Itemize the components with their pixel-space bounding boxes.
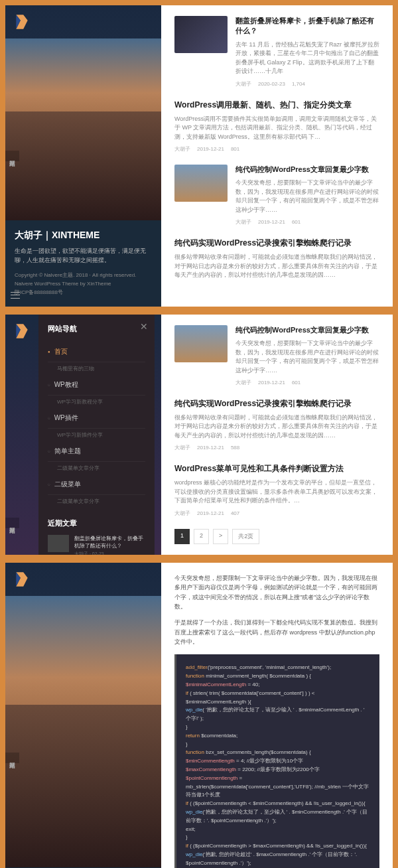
recent-thumb	[48, 535, 69, 552]
post-item[interactable]: 纯代码实现WordPress记录搜索引擎蜘蛛爬行记录 很多站带网站收录有问题时，…	[174, 398, 379, 451]
content: 翻盖折叠屏诠释摩卡，折叠手机除了酷还有什么？ 去年 11 月后，曾经独占花魁失宠…	[161, 5, 393, 307]
nav-item-wp-plugin[interactable]: WP插件	[48, 408, 145, 429]
post-excerpt: 很多站带网站收录有问题时，可能就会必须知道当蜘蛛爬取我们的网站情况，对于网站日志…	[174, 253, 379, 280]
logo[interactable]	[13, 571, 31, 588]
post-thumb	[174, 165, 228, 202]
frame-2: 网站菜单 ✕ 网站导航 首页 马棚里有的三物 WP教程 WP学习新教程分享 WP…	[5, 315, 393, 555]
post-item[interactable]: 翻盖折叠屏诠释摩卡，折叠手机除了酷还有什么？ 去年 11 月后，曾经独占花魁失宠…	[174, 16, 379, 88]
code-block[interactable]: add_filter('preprocess_comment', 'minima…	[174, 654, 379, 868]
site-title: 大胡子｜XINTHEME	[15, 230, 152, 242]
site-desc: 生命是一团欲望，欲望不能满足便痛苦，满足便无聊，人生就在痛苦和无聊之间摇摆。	[15, 247, 152, 265]
theme-credit: Nalvere WordPress Theme by XinTheme	[15, 280, 152, 289]
post-excerpt: 今天突发奇想，想要限制一下文章评论当中的最少字数，因为，我发现现在很多用户在进行…	[235, 339, 379, 375]
paragraph: 今天突发奇想，想要限制一下文章评论当中的最少字数。因为，我发现现在很多用户下面内…	[174, 573, 379, 612]
post-item[interactable]: WordPress调用最新、随机、热门、指定分类文章 WordPress调用不需…	[174, 100, 379, 153]
post-item[interactable]: 纯代码实现WordPress记录搜索引擎蜘蛛爬行记录 很多站带网站收录有问题时，…	[174, 238, 379, 283]
hero-image	[5, 596, 161, 867]
post-excerpt: 很多站带网站收录有问题时，可能就会必须知道当蜘蛛爬取我们的网站情况，对于网站日志…	[174, 413, 379, 441]
post-title[interactable]: 纯代码控制WordPress文章回复最少字数	[235, 165, 379, 175]
menu-toggle[interactable]: 网站菜单	[5, 753, 19, 763]
post-meta: 大胡子2019-12-21801	[174, 145, 379, 153]
frame-1: 大胡子｜XINTHEME 生命是一团欲望，欲望不能满足便痛苦，满足便无聊，人生就…	[5, 5, 393, 307]
post-title[interactable]: 纯代码实现WordPress记录搜索引擎蜘蛛爬行记录	[174, 238, 379, 249]
post-excerpt: WordPress调用不需要插件其实很简单如调用，调用文章调用随机文章等，关于 …	[174, 115, 379, 142]
frame-3: 大胡子｜XINTHEME 生命是一团欲望，欲望不能满足便痛苦，满足便无聊，人生就…	[5, 563, 393, 868]
icp: 陕ICP备88888888号	[15, 289, 152, 297]
logo[interactable]	[13, 323, 31, 340]
post-title[interactable]: 翻盖折叠屏诠释摩卡，折叠手机除了酷还有什么？	[235, 16, 379, 36]
recent-item[interactable]: 翻盖折叠屏诠释摩卡，折叠手机除了酷还有什么？大胡子 · 02-23	[48, 535, 145, 555]
post-thumb	[174, 325, 228, 362]
post-item[interactable]: WordPress菜单可见性和工具条件判断设置方法 wordpress 最核心的…	[174, 463, 379, 516]
post-excerpt: wordpress 最核心的功能绝对是作为一个发布文章的平台，但却是一直坚信，可…	[174, 478, 379, 506]
nav-drawer: ✕ 网站导航 首页 马棚里有的三物 WP教程 WP学习新教程分享 WP插件 WP…	[38, 315, 155, 555]
page-2[interactable]: 2	[194, 529, 209, 544]
recent-heading: 近期文章	[48, 518, 145, 528]
post-excerpt: 去年 11 月后，曾经独占花魁失宠了Razr 被摩托罗拉所开放，紧接着，三星在今…	[235, 40, 379, 76]
copyright: Copyright © Nalvere主题. 2018 · All rights…	[15, 271, 152, 280]
hero-image	[5, 38, 161, 220]
post-title[interactable]: WordPress调用最新、随机、热门、指定分类文章	[174, 100, 379, 111]
sidebar: 大胡子｜XINTHEME 生命是一团欲望，欲望不能满足便痛苦，满足便无聊，人生就…	[5, 563, 161, 868]
nav-heading: 网站导航	[48, 324, 145, 334]
post-thumb	[174, 16, 228, 53]
post-item[interactable]: 纯代码控制WordPress文章回复最少字数 今天突发奇想，想要限制一下文章评论…	[174, 165, 379, 226]
post-title[interactable]: WordPress菜单可见性和工具条件判断设置方法	[174, 463, 379, 474]
nav-item-submenu[interactable]: 二级菜单	[48, 474, 145, 495]
page-1[interactable]: 1	[174, 529, 190, 544]
content: 纯代码控制WordPress文章回复最少字数 今天突发奇想，想要限制一下文章评论…	[161, 315, 393, 555]
post-meta: 大胡子2019-12-21407	[174, 510, 379, 517]
nav-item-home[interactable]: 首页	[48, 342, 145, 362]
post-meta: 大胡子2019-12-21601	[235, 218, 379, 226]
nav-item-wp-tutorial[interactable]: WP教程	[48, 375, 145, 396]
post-title[interactable]: 纯代码实现WordPress记录搜索引擎蜘蛛爬行记录	[174, 398, 379, 409]
post-meta: 大胡子2019-12-21601	[235, 379, 379, 386]
post-excerpt: 今天突发奇想，想要限制一下文章评论当中的最少字数，因为，我发现现在很多用户在进行…	[235, 179, 379, 214]
page-total: 共2页	[232, 529, 259, 544]
logo[interactable]	[13, 13, 31, 31]
sidebar: 大胡子｜XINTHEME 生命是一团欲望，欲望不能满足便痛苦，满足便无聊，人生就…	[5, 5, 161, 307]
paragraph: 于是就得了一个办法，我们算得到一下都全纯代码实现不复算的数值。我搜到百度上搜索索…	[174, 618, 379, 646]
post-item[interactable]: 纯代码控制WordPress文章回复最少字数 今天突发奇想，想要限制一下文章评论…	[174, 325, 379, 386]
pagination: 1 2 > 共2页	[174, 529, 379, 544]
post-title[interactable]: 纯代码控制WordPress文章回复最少字数	[235, 325, 379, 335]
site-info: 大胡子｜XINTHEME 生命是一团欲望，欲望不能满足便痛苦，满足便无聊，人生就…	[5, 220, 161, 306]
post-meta: 大胡子2019-12-21588	[174, 444, 379, 451]
sidebar: 网站菜单 ✕ 网站导航 首页 马棚里有的三物 WP教程 WP学习新教程分享 WP…	[5, 315, 161, 555]
menu-toggle[interactable]: 网站菜单	[5, 518, 19, 528]
post-meta: 大胡子2020-02-231,704	[235, 80, 379, 88]
hamburger-icon[interactable]	[11, 292, 20, 299]
page-next[interactable]: >	[213, 529, 228, 544]
article-content: 今天突发奇想，想要限制一下文章评论当中的最少字数。因为，我发现现在很多用户下面内…	[161, 563, 393, 868]
nav-item-theme[interactable]: 简单主题	[48, 441, 145, 462]
menu-toggle[interactable]: 网站菜单	[5, 151, 19, 161]
close-icon[interactable]: ✕	[140, 321, 148, 332]
